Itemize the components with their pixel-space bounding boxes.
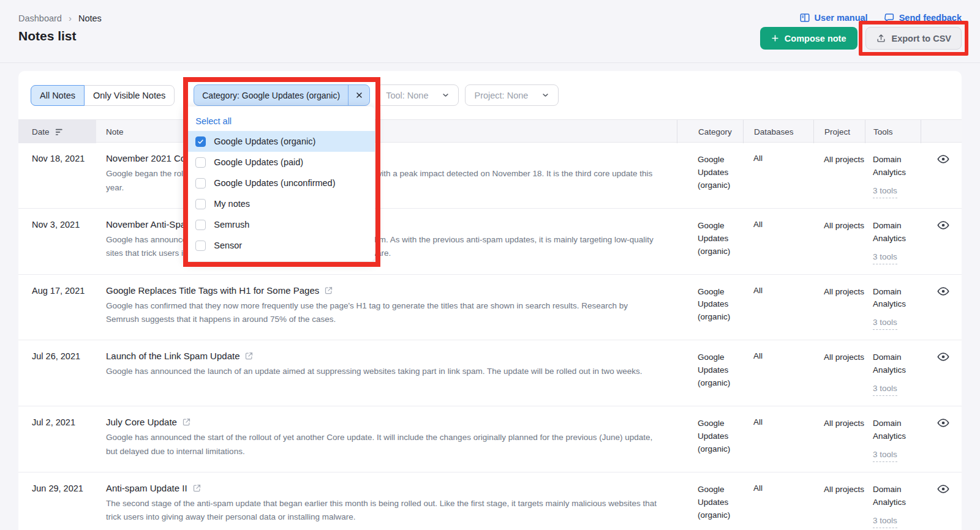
- note-category: Google Updates (organic): [677, 417, 743, 456]
- segment-all-notes[interactable]: All Notes: [31, 85, 85, 106]
- export-to-csv-button[interactable]: Export to CSV: [865, 27, 962, 50]
- compose-note-button[interactable]: Compose note: [760, 27, 858, 50]
- column-header-visibility: [921, 120, 962, 143]
- tool-filter-dropdown[interactable]: Tool: None: [377, 84, 459, 106]
- visibility-cell: [921, 285, 962, 297]
- note-tools: Domain Analytics 3 tools: [865, 153, 921, 198]
- column-header-date[interactable]: Date: [18, 120, 96, 143]
- category-filter-chip[interactable]: Category: Google Updates (organic): [194, 84, 370, 106]
- column-header-note: Note: [96, 120, 677, 143]
- note-description: Google has announced the start of the ro…: [106, 431, 660, 458]
- note-cell: July Core Update Google has announced th…: [96, 417, 677, 458]
- option-label: Google Updates (paid): [214, 157, 303, 167]
- export-to-csv-label: Export to CSV: [892, 34, 951, 43]
- table-header: Date Note Category Databases Project Too…: [18, 119, 962, 143]
- note-category: Google Updates (organic): [677, 219, 743, 258]
- table-row: Jul 2, 2021 July Core Update Google has …: [18, 406, 962, 472]
- close-icon[interactable]: [348, 84, 369, 106]
- category-option-google-updates-organic[interactable]: Google Updates (organic): [185, 131, 375, 152]
- tool-pill-label: Tool: None: [386, 91, 428, 100]
- checkbox-icon: [195, 199, 206, 209]
- table-body: Nov 18, 2021 November 2021 Core Update G…: [18, 143, 962, 530]
- note-tools: Domain Analytics 3 tools: [865, 351, 921, 396]
- note-title: Anti-spam Update II: [106, 483, 660, 493]
- note-description: The second stage of the anti-spam update…: [106, 497, 660, 524]
- category-option-google-updates-paid[interactable]: Google Updates (paid): [185, 152, 375, 173]
- external-link-icon[interactable]: [244, 351, 254, 360]
- tools-count-link[interactable]: 3 tools: [873, 515, 897, 528]
- tools-count-link[interactable]: 3 tools: [873, 316, 897, 330]
- note-databases: All: [743, 219, 813, 229]
- select-all-link[interactable]: Select all: [185, 111, 375, 131]
- note-tools: Domain Analytics 3 tools: [865, 417, 921, 462]
- eye-icon[interactable]: [937, 417, 962, 429]
- note-cell: November 2021 Core Update Google began t…: [96, 153, 677, 195]
- notes-card: All Notes Only Visible Notes Category: G…: [18, 71, 962, 530]
- checkbox-icon: [195, 178, 206, 188]
- tools-count-link[interactable]: 3 tools: [873, 449, 897, 462]
- chevron-down-icon: [541, 91, 549, 99]
- note-project: All projects: [813, 417, 865, 430]
- breadcrumb-notes: Notes: [78, 13, 102, 23]
- upload-icon: [876, 33, 886, 43]
- tools-count-link[interactable]: 3 tools: [873, 185, 897, 198]
- top-actions: Compose note Export to CSV: [760, 27, 962, 50]
- note-title-text: Anti-spam Update II: [106, 483, 187, 493]
- checkbox-icon: [195, 241, 206, 251]
- note-databases: All: [743, 483, 813, 493]
- visibility-cell: [921, 153, 962, 165]
- note-title-text: July Core Update: [106, 417, 177, 427]
- user-manual-link[interactable]: User manual: [799, 12, 868, 23]
- note-description: Google has confirmed that they now more …: [106, 299, 660, 327]
- note-tools: Domain Analytics 3 tools: [865, 219, 921, 264]
- note-cell: Google Replaces Title Tags with H1 for S…: [96, 285, 677, 327]
- category-filter: Category: Google Updates (organic) Selec…: [194, 84, 370, 106]
- note-description: Google has announced the launch of an up…: [106, 365, 660, 379]
- note-project: All projects: [813, 351, 865, 364]
- eye-icon[interactable]: [937, 285, 962, 297]
- note-tools: Domain Analytics 3 tools: [865, 285, 921, 330]
- sort-icon: [55, 127, 64, 136]
- option-label: My notes: [214, 199, 250, 209]
- table-row: Jun 29, 2021 Anti-spam Update II The sec…: [18, 472, 962, 530]
- external-link-icon[interactable]: [324, 286, 333, 295]
- category-chip-label: Category: Google Updates (organic): [194, 91, 348, 100]
- visibility-cell: [921, 417, 962, 429]
- category-option-google-updates-unconfirmed[interactable]: Google Updates (unconfirmed): [185, 173, 375, 193]
- note-title-text: Launch of the Link Spam Update: [106, 351, 239, 361]
- tools-count-link[interactable]: 3 tools: [873, 383, 897, 396]
- note-category: Google Updates (organic): [677, 483, 743, 522]
- option-label: Semrush: [214, 220, 249, 230]
- category-option-my-notes[interactable]: My notes: [185, 193, 375, 214]
- segment-only-visible-notes[interactable]: Only Visible Notes: [85, 86, 174, 105]
- note-databases: All: [743, 417, 813, 427]
- external-link-icon[interactable]: [182, 417, 191, 427]
- visibility-cell: [921, 351, 962, 363]
- visibility-cell: [921, 483, 962, 495]
- note-category: Google Updates (organic): [677, 153, 743, 192]
- note-title-text: Google Replaces Title Tags with H1 for S…: [106, 285, 319, 296]
- topbar: Dashboard › Notes User manual Send feedb…: [0, 0, 980, 63]
- breadcrumb: Dashboard › Notes: [18, 13, 102, 23]
- category-option-sensor[interactable]: Sensor: [185, 235, 375, 256]
- note-databases: All: [743, 351, 813, 360]
- note-project: All projects: [813, 285, 865, 299]
- external-link-icon[interactable]: [192, 483, 202, 493]
- breadcrumb-dashboard[interactable]: Dashboard: [18, 13, 62, 23]
- note-date: Aug 17, 2021: [18, 285, 96, 296]
- eye-icon[interactable]: [937, 483, 962, 495]
- note-category: Google Updates (organic): [677, 285, 743, 324]
- note-date: Jun 29, 2021: [18, 483, 96, 493]
- eye-icon[interactable]: [937, 219, 962, 231]
- compose-note-label: Compose note: [785, 34, 846, 43]
- note-title: Google Replaces Title Tags with H1 for S…: [106, 285, 660, 296]
- project-filter-dropdown[interactable]: Project: None: [465, 84, 559, 106]
- note-project: All projects: [813, 219, 865, 233]
- note-cell: Launch of the Link Spam Update Google ha…: [96, 351, 677, 379]
- tools-count-link[interactable]: 3 tools: [873, 251, 897, 264]
- category-option-semrush[interactable]: Semrush: [185, 214, 375, 235]
- eye-icon[interactable]: [937, 153, 962, 165]
- note-tools-main: Domain Analytics: [873, 154, 921, 179]
- eye-icon[interactable]: [937, 351, 962, 363]
- visibility-cell: [921, 219, 962, 231]
